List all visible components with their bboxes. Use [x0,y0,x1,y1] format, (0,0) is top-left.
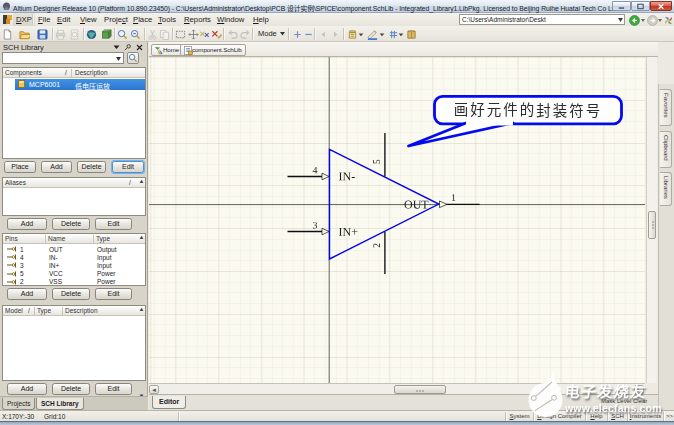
pins-col[interactable]: Pins [5,235,18,242]
pin-row[interactable]: 1OUTOutput [3,245,145,253]
mask-level-button[interactable]: Mask Level [601,398,631,404]
tab-component-schlib[interactable]: component.SchLib [180,44,246,56]
filter-combobox[interactable] [2,52,124,64]
save-icon[interactable] [37,29,48,40]
cube-icon[interactable] [101,29,112,40]
pins-type-col[interactable]: Type [96,235,110,242]
callout[interactable]: 画好元件的封装符号 [409,96,622,146]
pins-header[interactable]: Pins Name Type [3,234,145,244]
panel-menu-icon[interactable] [113,44,120,50]
cut-icon[interactable] [147,29,158,40]
column-divider[interactable] [93,235,94,243]
menu-help[interactable]: Help [253,13,269,26]
move-icon[interactable] [188,29,199,40]
favorites-pinwheel-icon[interactable] [663,15,674,26]
more-panels-button[interactable]: >> [665,413,674,419]
column-divider[interactable] [62,307,63,315]
grid-cycle-icon[interactable] [347,29,358,40]
redo-icon[interactable] [240,29,251,40]
pins-name-col[interactable]: Name [48,235,65,242]
menu-edit[interactable]: Edit [57,13,70,26]
add-model-button[interactable]: Add [7,383,47,395]
component-description[interactable]: 低电压运放 [75,81,110,91]
snap-grid-dropdown-icon[interactable] [398,29,404,40]
tab-libraries[interactable]: Libraries [660,172,672,206]
library-book-icon[interactable] [406,29,417,40]
grid-cycle-dropdown-icon[interactable] [358,29,364,40]
line-color-icon[interactable] [367,29,378,40]
column-divider[interactable] [71,69,72,77]
line-color-dropdown-icon[interactable] [379,29,385,40]
scroll-left-icon[interactable]: ◄ [149,385,159,394]
model-type-col[interactable]: Type [37,307,51,314]
pin-row[interactable]: 2VSSPower [3,278,145,286]
aliases-col[interactable]: Aliases [5,179,26,186]
clear-button[interactable]: Clear [633,398,647,404]
model-desc-col[interactable]: Description [65,307,98,314]
panel-close-icon[interactable] [136,44,143,51]
menu-reports[interactable]: Reports [184,13,211,26]
menu-place[interactable]: Place [133,13,152,26]
open-icon[interactable] [19,29,30,40]
vertical-scrollbar[interactable] [646,57,657,383]
schematic-canvas[interactable]: 4 IN- 3 IN+ 1 OUT 5 [149,57,645,383]
delete-alias-button[interactable]: Delete [52,218,90,230]
browse-globe-icon[interactable] [86,29,97,40]
aliases-scroll-up-icon[interactable]: ▲ [138,178,145,185]
help-button[interactable]: Help [587,413,606,419]
menu-project[interactable]: Project [104,13,128,26]
model-header[interactable]: Model / Type Description [3,306,145,316]
design-compiler-button[interactable]: Design Compiler [535,413,584,419]
hscroll-thumb[interactable] [394,385,446,394]
clear-filter-icon[interactable] [211,29,222,40]
delete-model-button[interactable]: Delete [52,383,90,395]
pin-row[interactable]: 4IN-Input [3,253,145,261]
menu-view[interactable]: View [80,13,97,26]
mode-dropdown[interactable]: Mode [255,27,288,40]
model-col[interactable]: Model [5,307,23,314]
zoom-area-icon[interactable] [130,29,141,40]
next-mode-icon[interactable] [330,29,341,40]
pins-scroll-up-icon[interactable]: ▲ [138,234,145,241]
tab-favorites[interactable]: Favorites [660,89,672,126]
close-button[interactable] [650,1,672,11]
tab-sch-library[interactable]: SCH Library [36,398,84,410]
aliases-header[interactable]: Aliases / [3,178,145,188]
copy-icon[interactable] [159,29,170,40]
print-preview-icon[interactable] [69,29,80,40]
delete-pin-button[interactable]: Delete [52,288,90,300]
deselect-icon[interactable] [199,29,210,40]
prev-mode-icon[interactable] [318,29,329,40]
description-col[interactable]: Description [75,69,108,76]
components-col[interactable]: Components [5,69,42,76]
remove-mode-icon[interactable] [303,29,314,40]
zoom-in-icon[interactable] [117,29,128,40]
vscroll-thumb[interactable] [648,211,656,239]
undo-icon[interactable] [227,29,238,40]
delete-component-button[interactable]: Delete [77,161,106,173]
add-mode-icon[interactable] [292,29,303,40]
tab-projects[interactable]: Projects [2,398,35,410]
menu-tools[interactable]: Tools [158,13,176,26]
system-button[interactable]: System [507,413,532,419]
back-button[interactable] [629,15,640,26]
print-icon[interactable] [55,29,66,40]
edit-model-button[interactable]: Edit [95,383,132,395]
menu-window[interactable]: Window [217,13,244,26]
model-scroll-up-icon[interactable]: ▲ [138,306,145,313]
pin-row[interactable]: 3IN+Input [3,261,145,269]
column-divider[interactable] [45,235,46,243]
back-dropdown-icon[interactable] [640,15,646,26]
column-divider[interactable] [34,307,35,315]
address-combobox[interactable]: C:\Users\Administrator\Deskt [459,14,625,25]
tab-home[interactable]: Home [151,44,183,56]
scroll-right-icon[interactable]: ► [634,385,644,394]
instruments-button[interactable]: Instruments [629,413,662,419]
component-name[interactable]: MCP6001 [29,81,60,88]
horizontal-scrollbar[interactable]: ◄ ► [149,383,645,394]
edit-alias-button[interactable]: Edit [95,218,132,230]
minimize-button[interactable] [612,1,631,11]
search-button[interactable] [127,52,139,64]
maximize-button[interactable] [631,1,650,11]
edit-pin-button[interactable]: Edit [95,288,132,300]
